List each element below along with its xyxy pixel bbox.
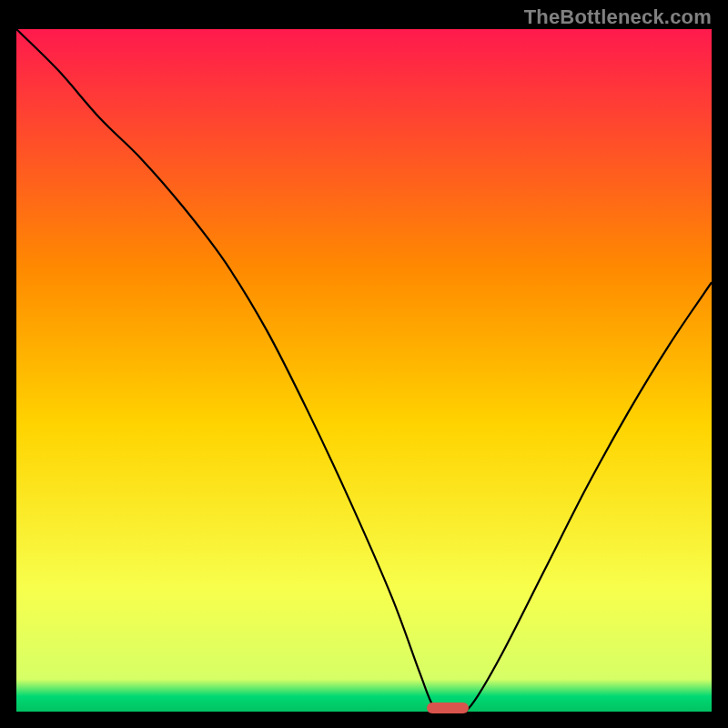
optimal-range-marker (427, 703, 469, 713)
plot-svg (16, 29, 712, 713)
plot-area (16, 29, 712, 713)
gradient-fill (16, 29, 712, 713)
chart-stage: TheBottleneck.com (0, 0, 728, 728)
watermark-label: TheBottleneck.com (524, 5, 712, 29)
